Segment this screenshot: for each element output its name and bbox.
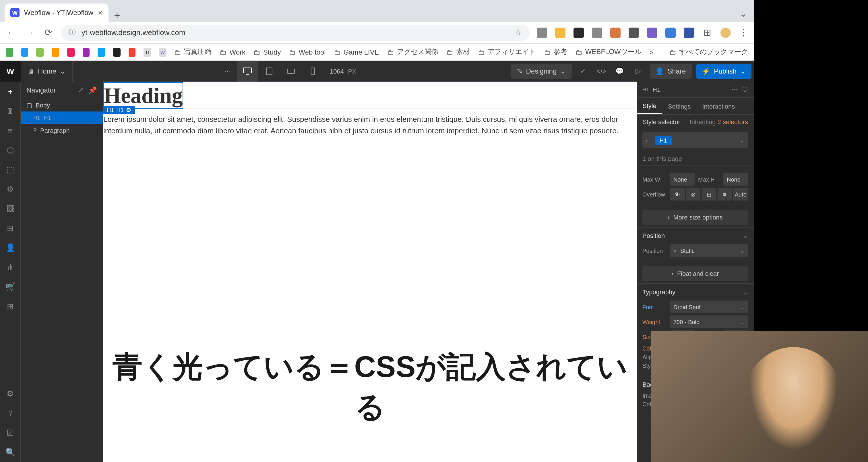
bookmark-icon-4[interactable] xyxy=(52,48,59,57)
gear-icon[interactable]: ⚙ xyxy=(126,107,131,113)
bookmark-icon-3[interactable] xyxy=(36,48,43,57)
bookmark-icon-1[interactable] xyxy=(6,48,13,57)
canvas-width[interactable]: 1064 PX xyxy=(323,68,363,75)
tab-interactions[interactable]: Interactions xyxy=(696,98,741,114)
mode-dropdown[interactable]: ✎ Designing ⌄ xyxy=(511,64,572,79)
desktop-breakpoint[interactable] xyxy=(237,61,257,82)
bookmark-icon-7[interactable] xyxy=(98,48,105,57)
selector-type-icon[interactable]: ▭ xyxy=(646,137,652,144)
bookmark-icon-2[interactable] xyxy=(21,48,28,57)
bookmark-folder-2[interactable]: 🗀Work xyxy=(220,48,245,56)
logic-icon[interactable]: ⋔ xyxy=(0,257,21,277)
components-icon[interactable]: ⬡ xyxy=(0,140,21,160)
bookmark-icon-6[interactable] xyxy=(82,48,90,57)
tree-node-paragraph[interactable]: P Paragraph xyxy=(21,124,103,137)
share-button[interactable]: 👤 Share xyxy=(650,64,691,79)
check-icon[interactable]: ✓ xyxy=(574,61,592,82)
bookmark-folder-8[interactable]: 🗀アフィリエイト xyxy=(478,47,536,57)
bookmark-folder-10[interactable]: 🗀WEBFLOWツール xyxy=(576,47,642,57)
section-typography[interactable]: Typography⌄ xyxy=(642,288,748,296)
overflow-visible[interactable]: 👁 xyxy=(670,188,685,201)
ext-icon-8[interactable] xyxy=(665,27,676,38)
chevron-down-icon[interactable]: ⌄ xyxy=(739,137,745,144)
webflow-logo[interactable]: W xyxy=(0,61,21,82)
inheriting-link[interactable]: Inheriting 2 selectors xyxy=(690,118,748,125)
bookmark-folder-9[interactable]: 🗀参考 xyxy=(544,47,567,57)
ecommerce-icon[interactable]: 🛒 xyxy=(0,277,21,296)
users-icon[interactable]: 👤 xyxy=(0,238,21,257)
bookmark-folder-7[interactable]: 🗀素材 xyxy=(446,47,470,57)
browser-tab[interactable]: W Webflow - YT|Webflow × xyxy=(5,3,108,22)
mobile-landscape-breakpoint[interactable] xyxy=(280,61,301,82)
tablet-breakpoint[interactable] xyxy=(259,61,279,82)
star-icon[interactable]: ☆ xyxy=(515,28,522,37)
navigator-icon[interactable]: ≡ xyxy=(0,121,21,140)
overflow-scroll[interactable]: ⊟ xyxy=(702,188,716,201)
forward-button[interactable]: → xyxy=(24,27,36,38)
component-icon[interactable]: ⬡ xyxy=(742,86,748,93)
tree-node-h1[interactable]: H1 H1 xyxy=(21,112,103,124)
publish-button[interactable]: ⚡ Publish ⌄ xyxy=(696,64,751,79)
tab-style[interactable]: Style xyxy=(637,98,662,114)
new-tab-button[interactable]: + xyxy=(108,10,126,22)
preview-icon[interactable]: ▷ xyxy=(629,61,647,82)
camera-ext-icon[interactable] xyxy=(537,27,547,38)
reload-button[interactable]: ⟳ xyxy=(42,27,54,38)
tabs-dropdown-icon[interactable]: ⌄ xyxy=(739,8,747,19)
more-icon[interactable]: ⋯ xyxy=(218,61,237,82)
help-icon[interactable]: ? xyxy=(0,403,21,423)
canvas-paragraph[interactable]: Lorem ipsum dolor sit amet, consectetur … xyxy=(103,114,637,136)
home-button[interactable]: 🗎 Home ⌄ xyxy=(21,61,73,82)
selection-badge[interactable]: H1 H1 ⚙ xyxy=(103,106,135,114)
bookmark-folder-5[interactable]: 🗀Game LIVE xyxy=(334,48,379,56)
ext-icon-3[interactable] xyxy=(574,27,584,38)
canvas-heading[interactable]: Heading xyxy=(103,82,183,109)
ext-icon-9[interactable] xyxy=(684,27,694,38)
ext-icon-7[interactable] xyxy=(647,27,657,38)
max-height-input[interactable]: None- xyxy=(723,173,748,185)
mobile-breakpoint[interactable] xyxy=(302,61,323,82)
cms-icon[interactable]: ⊟ xyxy=(0,219,21,238)
bookmark-folder-3[interactable]: 🗀Study xyxy=(253,48,281,56)
bookmark-folder-4[interactable]: 🗀Web tool xyxy=(289,48,326,56)
overflow-hidden[interactable]: ⊗ xyxy=(686,188,701,201)
settings-icon[interactable]: ⚙ xyxy=(0,384,21,403)
canvas[interactable]: Heading H1 H1 ⚙ Lorem ipsum dolor sit am… xyxy=(103,82,637,462)
tree-node-body[interactable]: ▢ Body xyxy=(21,99,103,112)
ext-icon-5[interactable] xyxy=(610,27,621,38)
variables-icon[interactable]: ⬚ xyxy=(0,160,21,179)
bookmark-icon-10[interactable]: n xyxy=(144,48,151,57)
font-select[interactable]: Droid Serif⌄ xyxy=(670,300,748,313)
bookmark-icon-5[interactable] xyxy=(67,48,74,57)
audit-icon[interactable]: ☑ xyxy=(0,423,21,442)
bookmark-icon-9[interactable] xyxy=(128,48,135,57)
selector-chip[interactable]: H1 xyxy=(655,136,672,145)
position-select[interactable]: × Static ⌄ xyxy=(670,244,748,257)
bookmark-webflow-icon[interactable]: w xyxy=(159,48,166,57)
float-clear-button[interactable]: ›Float and clear xyxy=(642,266,748,281)
code-icon[interactable]: </> xyxy=(592,61,611,82)
site-info-icon[interactable]: ⓘ xyxy=(69,28,76,37)
collapse-icon[interactable]: ⤢ xyxy=(78,86,84,94)
tab-settings[interactable]: Settings xyxy=(662,98,696,114)
back-button[interactable]: ← xyxy=(6,27,17,38)
ext-icon-4[interactable] xyxy=(592,27,602,38)
url-input[interactable]: ⓘ yt-webflow.design.webflow.com ☆ xyxy=(61,24,530,40)
assets-icon[interactable]: 🖼 xyxy=(0,199,21,219)
more-size-button[interactable]: ›More size options xyxy=(642,210,748,225)
overflow-auto[interactable]: Auto xyxy=(733,188,748,201)
add-element-icon[interactable]: + xyxy=(0,82,21,101)
close-tab-icon[interactable]: × xyxy=(98,8,102,17)
ext-icon-2[interactable] xyxy=(555,27,565,38)
section-position[interactable]: Position⌄ xyxy=(642,232,748,240)
weight-select[interactable]: 700 - Bold⌄ xyxy=(670,315,748,328)
apps-icon[interactable]: ⊞ xyxy=(0,296,21,316)
comments-icon[interactable]: 💬 xyxy=(611,61,629,82)
max-width-input[interactable]: None- xyxy=(670,173,694,185)
pages-icon[interactable]: 🗎 xyxy=(0,101,21,121)
search-icon[interactable]: 🔍 xyxy=(0,442,21,462)
all-bookmarks-button[interactable]: 🗀すべてのブックマーク xyxy=(670,47,748,57)
extensions-icon[interactable]: ⊞ xyxy=(702,27,712,38)
bookmark-icon-8[interactable] xyxy=(113,48,120,57)
bookmark-folder-1[interactable]: 🗀写真圧縮 xyxy=(174,47,212,57)
